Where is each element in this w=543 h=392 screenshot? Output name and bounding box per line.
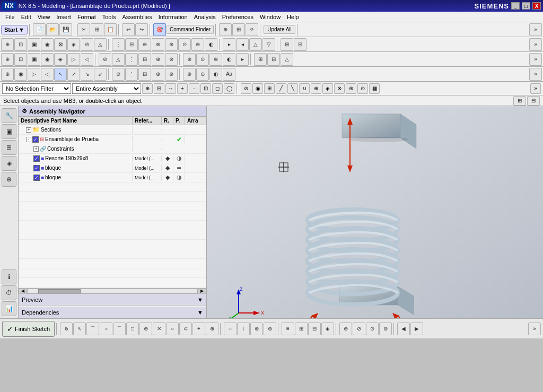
tree-row-part-0[interactable]: ✓ ■ Resorte 190x29x8 Model (... ◆ ◑ [19,154,206,163]
horizontal-scrollbar[interactable] [27,289,198,294]
tb4-10[interactable]: ⋮ [125,68,138,81]
bt-20[interactable]: ◈ [321,323,334,335]
scroll-left-btn[interactable]: ◀ [19,289,27,294]
tb4-3[interactable]: ▷ [28,68,40,81]
bt-12[interactable]: ⊕ [206,323,218,335]
bt-25[interactable]: ◀ [397,323,410,335]
sel-btn-7[interactable]: ◻ [212,83,223,94]
menu-view[interactable]: View [34,13,54,21]
tb3-6[interactable]: ▷ [67,53,80,66]
tb4-1[interactable]: ⊕ [1,68,14,81]
tb2-14[interactable]: ⊙ [178,38,191,51]
sel-btn-10[interactable]: ◉ [252,83,263,94]
tb2-9[interactable]: ⋮ [112,38,125,51]
tb2-10[interactable]: ⊟ [125,38,138,51]
tree-row-sections[interactable]: + 📁 Sections [19,125,206,135]
tb3-18[interactable]: ▸ [236,53,249,66]
sel-btn-4[interactable]: + [177,83,188,94]
sel-btn-16[interactable]: ◈ [322,83,333,94]
tree-row-part-1[interactable]: ✓ ■ bloque Model (... ◆ ≑ [19,163,206,173]
tb3-21[interactable]: △ [281,53,293,66]
sel-btn-8[interactable]: ◯ [224,83,234,94]
bt-21[interactable]: ⊕ [339,323,352,335]
tb2-16[interactable]: ◐ [205,38,217,51]
selection-filter-dropdown[interactable]: No Selection Filter [2,83,71,94]
sel-btn-1[interactable]: ⊕ [142,83,153,94]
bt-11[interactable]: + [192,323,205,335]
tb4-6[interactable]: ↗ [67,68,80,81]
assembly-filter-dropdown[interactable]: Entire Assembly [72,83,141,94]
status-btn-2[interactable]: ⊟ [527,96,540,106]
bt-23[interactable]: ⊙ [366,323,379,335]
tb4-16[interactable]: ◐ [209,68,222,81]
save-btn[interactable]: 💾 [59,23,72,36]
menu-file[interactable]: File [2,13,18,21]
tb3-13[interactable]: ⊗ [165,53,178,66]
tb4-9[interactable]: ⊘ [112,68,125,81]
tb2-7[interactable]: ⊘ [81,38,93,51]
tree-row-constraints[interactable]: + 🔗 Constraints [19,144,206,154]
sel-expand[interactable]: » [530,83,541,94]
sel-btn-20[interactable]: ▦ [369,83,380,94]
tb3-11[interactable]: ⊟ [138,53,151,66]
tb2-11[interactable]: ⊕ [138,38,151,51]
snap-btn[interactable]: 🎯 [153,23,166,36]
tb2-1[interactable]: ⊕ [1,38,14,51]
tb2-2[interactable]: ⊡ [14,38,27,51]
menu-insert[interactable]: Insert [53,13,74,21]
bt-expand[interactable]: » [528,323,541,335]
tb4-17[interactable]: Aa [223,68,235,81]
menu-tools[interactable]: Tools [99,13,119,21]
tb3-20[interactable]: ⊟ [267,53,280,66]
tb2-12[interactable]: ⊗ [152,38,164,51]
tb3-12[interactable]: ⊕ [152,53,164,66]
tb4-15[interactable]: ⊙ [196,68,209,81]
bt-18[interactable]: ⊞ [295,323,308,335]
tb4-4[interactable]: ◁ [41,68,54,81]
tb2-15[interactable]: ⊚ [191,38,204,51]
tb3-17[interactable]: ◐ [223,53,235,66]
bt-19[interactable]: ⊟ [308,323,321,335]
part1-checkbox[interactable]: ✓ [33,165,40,171]
tb3-2[interactable]: ⊡ [14,53,27,66]
update-all-btn[interactable]: Update All [264,25,295,34]
sel-btn-9[interactable]: ⊘ [241,83,251,94]
menu-format[interactable]: Format [74,13,99,21]
tb2-19[interactable]: △ [249,38,262,51]
menu-edit[interactable]: Edit [18,13,34,21]
tb-rotate-btn[interactable]: ⟳ [246,23,258,36]
bt-13[interactable]: ↔ [224,323,237,335]
sel-btn-18[interactable]: ⊛ [346,83,356,94]
bt-1[interactable]: 🖱 [60,323,73,335]
bt-5[interactable]: ⌒ [113,323,126,335]
tb3-16[interactable]: ⊚ [209,53,222,66]
tb2-6[interactable]: ◈ [67,38,80,51]
menu-assemblies[interactable]: Assemblies [119,13,155,21]
close-btn[interactable]: X [532,2,541,10]
dependencies-header[interactable]: Dependencies ▼ [19,307,206,318]
bt-15[interactable]: ⊗ [250,323,263,335]
sel-btn-6[interactable]: ⊡ [200,83,211,94]
constraints-expand[interactable]: + [33,146,39,152]
bt-8[interactable]: ✕ [153,323,165,335]
bt-4[interactable]: ○ [100,323,112,335]
assembly-expand[interactable]: - [26,137,31,142]
sel-btn-17[interactable]: ⊗ [334,83,345,94]
bt-17[interactable]: ≡ [282,323,294,335]
tree-row-part-2[interactable]: ✓ ■ bloque Model (... ◆ ◑ [19,173,206,182]
bt-9[interactable]: ○ [166,323,179,335]
right-side-toolbar-expand[interactable]: » [529,23,542,36]
bt-7[interactable]: ⊕ [139,323,152,335]
tb-fit-btn[interactable]: ⊞ [232,23,245,36]
menu-window[interactable]: Window [257,13,284,21]
sel-btn-3[interactable]: ↔ [165,83,176,94]
3d-viewport[interactable]: Z X Y [207,106,543,318]
tb4-2[interactable]: ◉ [14,68,27,81]
bt-6[interactable]: □ [126,323,139,335]
bt-2[interactable]: ∿ [73,323,86,335]
sel-btn-14[interactable]: ∪ [299,83,310,94]
sel-btn-5[interactable]: - [189,83,199,94]
assembly-checkbox[interactable]: ✓ [32,136,39,143]
tb4-11[interactable]: ⊟ [138,68,151,81]
tb2-17[interactable]: ▸ [223,38,235,51]
